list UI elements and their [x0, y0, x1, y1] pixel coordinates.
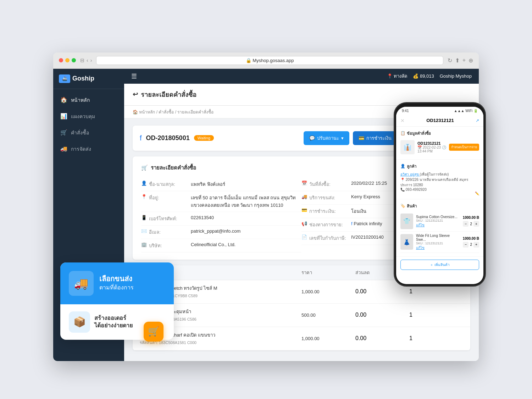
phone-product-name-0: Supima Cotton Oversize... [416, 215, 460, 219]
phone-customer-section: 👤 ลูกค้า อวิศา อยู่สุข (เพื่อผู้ในการจัด… [396, 160, 483, 199]
phone-product-sku-0: SKU : 1212312121 [416, 219, 460, 222]
email-value: patrick_pppat@info.com [191, 228, 301, 236]
phone-edit-link-1[interactable]: แก้ไข [416, 245, 460, 250]
email-icon: ✉️ [141, 228, 147, 234]
phone-product-thumb-1: 👗 [400, 234, 413, 250]
sidebar-logo: 🚢 Goship [53, 69, 124, 89]
phone-title: OD12312121 [408, 118, 473, 123]
url: Myshop.gosaas.app [253, 58, 294, 63]
phone-customer-title: 👤 ลูกค้า [400, 163, 479, 170]
maximize-button[interactable] [72, 58, 76, 62]
back-icon[interactable]: ‹ [87, 57, 88, 63]
sidebar-label-home: หน้าหลัก [71, 96, 90, 104]
phone-screen: 9:41 ▲▲▲ WiFi 🔋 ✕ OD12312121 ↗ 📋 ข้อมูลค… [396, 107, 483, 284]
phone-product-price-0: 1000.00 B [463, 216, 479, 220]
qty-minus-0[interactable]: − [463, 221, 469, 227]
orders-icon: 🛒 [60, 129, 67, 136]
payment-button[interactable]: 💳 การชำระเงิน [353, 131, 397, 145]
balance: 💰 89,013 [413, 73, 434, 79]
facebook-icon: f [140, 134, 142, 142]
qty-minus-1[interactable]: − [463, 242, 469, 248]
customer-name-link[interactable]: อวิศา อยู่สุข [400, 172, 420, 176]
phone-mockup: 9:41 ▲▲▲ WiFi 🔋 ✕ OD12312121 ↗ 📋 ข้อมูลค… [394, 102, 486, 287]
phone-time: 9:41 [402, 109, 409, 113]
product-discount-1: 0.00 [355, 312, 409, 318]
page-title: ↩ รายละเอียดคำสั่งซื้อ [133, 89, 470, 100]
tab-icon: ⊟ [80, 57, 84, 63]
main-scene: ⊟ ‹ › 🔒 Myshop.gosaas.app ↻ ⬆ + ⊕ 🚢 [39, 31, 493, 368]
qty-0: 2 [470, 222, 472, 226]
qty-plus-1[interactable]: + [473, 242, 479, 248]
sidebar-label-orders: คำสั่งซื้อ [71, 129, 89, 137]
location-label: 📍 ทางลัด [387, 72, 408, 80]
update-status-button[interactable]: 💬 ปรับสถานะ ▾ [304, 131, 349, 145]
update-icon: 💬 [309, 135, 315, 141]
phone-product-details-1: Wide Fit Long Sleeve Swe... SKU : 121231… [416, 234, 460, 250]
status-badge: Waiting [194, 135, 214, 141]
close-button[interactable] [59, 58, 63, 62]
sidebar-item-home[interactable]: 🏠 หน้าหลัก [53, 92, 124, 108]
order-id-section: f OD-201805001 Waiting [140, 134, 214, 142]
document-icon: 📄 [301, 234, 307, 240]
phone-close-button[interactable]: ✕ [400, 118, 405, 123]
add-tab-icon[interactable]: + [462, 57, 466, 64]
top-bar: ☰ 📍 ทางลัด 💰 89,013 Goship Myshop [124, 69, 479, 84]
phone-qty-ctrl-0: − 2 + [463, 221, 479, 227]
phone-status-bar: 9:41 ▲▲▲ WiFi 🔋 [396, 107, 483, 115]
home-icon: 🏠 [60, 96, 67, 103]
address-value: เลขที่ 50 อาคาร จีเอ็มเอ็ม แกรมมี่ เพลส … [191, 194, 301, 209]
create-order-text: สร้างออเดอร์ได้อย่างง่ายดาย [94, 315, 133, 329]
table-row: เสื้อเข็ม kenny scharf คอเปิด แขนขาว รหั… [133, 327, 470, 350]
phone-edit-link-0[interactable]: แก้ไข [416, 222, 460, 228]
cart-icon: 🛒 [141, 165, 148, 171]
truck-icon: 🚚 [301, 194, 307, 199]
share-icon[interactable]: ⬆ [455, 57, 460, 64]
phone-product-price-1: 1000.00 B [463, 237, 479, 240]
detail-company: 🏢 บริษัท: Celineofficial Co., Ltd. [141, 239, 301, 253]
hamburger-icon[interactable]: ☰ [131, 72, 137, 80]
phone-icon: 📱 [141, 215, 147, 220]
payment-icon: 💳 [359, 135, 364, 141]
sidebar-label-dashboard: แผงควบคุม [71, 112, 95, 120]
products-icon: 🏷️ [400, 204, 405, 208]
add-product-button[interactable]: ＋ เพิ่มสินค้า [400, 260, 479, 270]
qty-plus-0[interactable]: + [473, 221, 479, 227]
carrier-label: 🚚 บริการขนส่ง: [301, 194, 351, 201]
calendar-icon: 📅 [301, 181, 307, 186]
phone-order-info-title: 📋 ข้อมูลคำสั่งซื้อ [400, 130, 479, 137]
detail-name: 👤 ชื่อ-นามสกุล: แพทริค ฟิงค์เลอร์ [141, 178, 301, 191]
dashboard-icon: 📊 [60, 113, 67, 120]
copy-icon[interactable]: ⊕ [469, 57, 473, 64]
phone-products-title: 🏷️ สินค้า [400, 203, 479, 209]
phone-order-date: 📅 2022-02-23 🕐 13:44 PM [417, 145, 446, 153]
channel-icon: 📢 [301, 221, 307, 226]
phone-order-info-section: 📋 ข้อมูลคำสั่งซื้อ 👔 OD12312121 📅 2022-0… [396, 127, 483, 160]
phone-value: 022613540 [191, 215, 301, 222]
phone-share-icon[interactable]: ↗ [476, 118, 479, 123]
delivery-card-top: 🚚 เลือกขนส่ง ตามที่ต้องการ [60, 262, 174, 304]
phone-header: ✕ OD12312121 ↗ [396, 115, 483, 127]
phone-products-section: 🏷️ สินค้า 👕 Supima Cotton Oversize... SK… [396, 199, 483, 257]
name-label: 👤 ชื่อ-นามสกุล: [141, 181, 191, 188]
forward-icon[interactable]: › [90, 57, 92, 63]
product-discount-2: 0.00 [355, 335, 409, 342]
address-bar[interactable]: 🔒 Myshop.gosaas.app [96, 56, 443, 65]
sidebar-item-orders[interactable]: 🛒 คำสั่งซื้อ [53, 124, 124, 141]
col-price: ราคา [301, 269, 355, 276]
delivery-main-text: เลือกขนส่ง [99, 275, 134, 283]
traffic-lights [59, 58, 76, 62]
phone-payment-btn[interactable]: กำหนดเป็นการจ่าย [449, 144, 479, 151]
browser-actions: ↻ ⬆ + ⊕ [448, 57, 473, 64]
sidebar-menu: 🏠 หน้าหลัก 📊 แผงควบคุม 🛒 คำสั่งซื้อ 🚚 กา… [53, 89, 124, 160]
cart-badge[interactable]: 🛒 [144, 322, 164, 342]
left-details: 👤 ชื่อ-นามสกุล: แพทริค ฟิงค์เลอร์ 📍 ที่อ… [141, 178, 301, 253]
refresh-icon[interactable]: ↻ [448, 57, 452, 64]
product-price-2: 1,000.00 [301, 336, 355, 341]
minimize-button[interactable] [65, 58, 70, 62]
sidebar-label-shipping: การจัดส่ง [71, 145, 91, 153]
delivery-text: เลือกขนส่ง ตามที่ต้องการ [99, 275, 134, 292]
building-icon: 🏢 [141, 242, 147, 247]
sidebar-item-dashboard[interactable]: 📊 แผงควบคุม [53, 108, 124, 124]
phone-body: 📋 ข้อมูลคำสั่งซื้อ 👔 OD12312121 📅 2022-0… [396, 127, 483, 272]
sidebar-item-shipping[interactable]: 🚚 การจัดส่ง [53, 141, 124, 157]
